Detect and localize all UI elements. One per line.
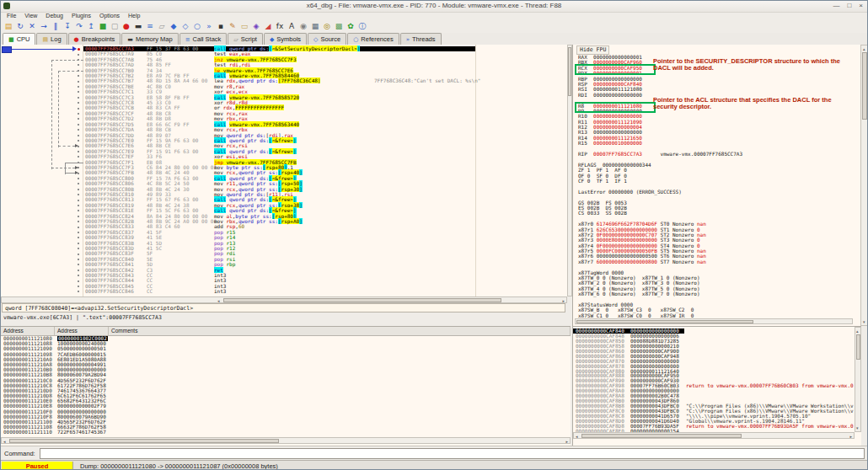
- disasm-row[interactable]: 00007FF7685CC846CCint3: [1, 289, 567, 294]
- info-line-1: qword [7FF768C08040]=<advapi32.SetSecuri…: [2, 303, 565, 312]
- registers-pane[interactable]: Hide FPU RAX 0000000000000001RBX 0000000…: [572, 45, 861, 326]
- dump-row[interactable]: 0000000011121110722F657461745367: [1, 430, 571, 435]
- threads-icon[interactable]: »: [203, 21, 215, 32]
- row-bullet[interactable]: [78, 243, 79, 244]
- breakpoint-icon[interactable]: ●: [121, 21, 132, 32]
- rip-arrow: [12, 49, 72, 50]
- script-icon[interactable]: ▱: [156, 21, 168, 32]
- call-stack-icon[interactable]: ≡: [144, 21, 156, 32]
- tab-threads[interactable]: »Threads: [400, 33, 442, 45]
- tab-label: Symbols: [276, 35, 301, 45]
- symbols-tab-icon: ◆: [270, 35, 274, 45]
- info-icon[interactable]: ⓘ: [356, 21, 368, 32]
- menu-debug[interactable]: Debug: [41, 12, 67, 20]
- tab-source[interactable]: ◇Source: [308, 33, 346, 45]
- menu-view[interactable]: View: [20, 12, 41, 20]
- register-line[interactable]: RIP 00007FF7685CC7A3 vmware-vmx.00007FF7…: [578, 152, 742, 157]
- stack-vscrollbar[interactable]: ▴ ▾: [855, 327, 861, 432]
- row-bullet[interactable]: [78, 237, 79, 238]
- open-file-icon[interactable]: ▤: [3, 21, 14, 32]
- row-bullet[interactable]: [78, 232, 79, 233]
- dump-hscrollbar[interactable]: ◂ ▸: [1, 437, 571, 444]
- symbols-icon[interactable]: ◆: [168, 21, 179, 32]
- minimize-button[interactable]: —: [833, 2, 839, 9]
- maximize-button[interactable]: □: [847, 2, 851, 9]
- patches-icon[interactable]: ▪: [215, 21, 227, 32]
- settings-icon[interactable]: ◎: [321, 21, 333, 32]
- breakpoint-dot[interactable]: [78, 48, 80, 51]
- row-bullet[interactable]: [78, 270, 79, 271]
- calculator-icon[interactable]: ▦: [309, 21, 321, 32]
- references-tab-icon: ○: [353, 35, 358, 45]
- row-bullet[interactable]: [78, 194, 79, 195]
- stack-pane[interactable]: 0000000000CAF840000000000000000000000000…: [572, 326, 861, 446]
- tab-log[interactable]: ▤Log: [36, 33, 67, 45]
- row-bullet[interactable]: [78, 189, 79, 190]
- menu-options[interactable]: Options: [95, 12, 124, 20]
- step-into-icon[interactable]: ↧: [62, 21, 73, 32]
- document-icon[interactable]: ▢: [109, 21, 121, 32]
- pause-icon[interactable]: ‖: [50, 21, 62, 32]
- row-bullet[interactable]: [78, 210, 79, 211]
- row-bullet[interactable]: [78, 178, 79, 179]
- tab-script[interactable]: ▱Script: [228, 33, 263, 45]
- row-bullet[interactable]: [78, 227, 79, 228]
- menu-help[interactable]: Help: [124, 12, 144, 20]
- bookmarks-icon[interactable]: ◈: [250, 21, 262, 32]
- row-bullet[interactable]: [78, 200, 79, 201]
- disassembly-pane[interactable]: 00007FF7685CC7A3FF 15 37 F8 63 00call qw…: [1, 45, 567, 296]
- pencil-icon[interactable]: ✎: [227, 21, 238, 32]
- user-icon[interactable]: ◉: [297, 21, 309, 32]
- row-bullet[interactable]: [78, 291, 79, 292]
- instruction-address: 00007FF7685CC846: [85, 289, 134, 294]
- case-icon[interactable]: A: [286, 21, 297, 32]
- tab-references[interactable]: ○References: [347, 33, 399, 45]
- step-over-icon[interactable]: ↷: [73, 21, 85, 32]
- memory-map-icon[interactable]: ▬: [132, 21, 144, 32]
- tab-call-stack[interactable]: ≡Call Stack: [179, 33, 228, 45]
- dump-pane[interactable]: Address Address Comments 000000001112108…: [1, 326, 571, 446]
- row-bullet[interactable]: [78, 183, 79, 184]
- tab-breakpoints[interactable]: ●Breakpoints: [68, 33, 121, 45]
- command-input[interactable]: [40, 448, 865, 459]
- source-tab-icon: ◇: [313, 35, 318, 45]
- tab-symbols[interactable]: ◆Symbols: [264, 33, 307, 45]
- registers-hscrollbar[interactable]: [575, 318, 853, 324]
- row-bullet[interactable]: [78, 264, 79, 265]
- row-bullet[interactable]: [78, 248, 79, 249]
- functions-icon[interactable]: fx: [274, 21, 286, 32]
- rip-arrowhead: [72, 46, 77, 51]
- row-bullet[interactable]: [78, 286, 79, 287]
- registers-vscrollbar[interactable]: ▴ ▾: [860, 45, 868, 326]
- close-button[interactable]: ×: [859, 2, 863, 9]
- menu-file[interactable]: File: [3, 12, 20, 20]
- row-bullet[interactable]: [78, 216, 79, 217]
- stack-hscrollbar[interactable]: ◂ ▸: [573, 432, 855, 439]
- comments-icon[interactable]: ▭: [238, 21, 250, 32]
- source-icon[interactable]: ◇: [179, 21, 191, 32]
- disasm-hscrollbar[interactable]: ◂ ▸: [1, 296, 567, 303]
- row-bullet[interactable]: [78, 254, 79, 255]
- tab-cpu[interactable]: ■CPU: [3, 33, 35, 45]
- row-bullet[interactable]: [78, 275, 79, 276]
- mascot-icon[interactable]: ✿: [345, 21, 356, 32]
- snapshot-icon[interactable]: ▩: [333, 21, 345, 32]
- tab-label: Memory Map: [136, 35, 173, 45]
- run-icon[interactable]: →: [38, 21, 50, 32]
- close-process-icon[interactable]: ✕: [26, 21, 38, 32]
- row-bullet[interactable]: [78, 280, 79, 282]
- row-bullet[interactable]: [78, 205, 79, 206]
- call-stack-tab-icon: ≡: [185, 35, 190, 45]
- jump-line: [58, 146, 75, 147]
- row-bullet[interactable]: [78, 54, 79, 56]
- row-bullet[interactable]: [78, 259, 79, 260]
- tab-memory-map[interactable]: ▬Memory Map: [121, 33, 178, 45]
- references-icon[interactable]: ○: [191, 21, 203, 32]
- run-to-user-code-icon[interactable]: ■: [97, 21, 109, 32]
- row-bullet[interactable]: [78, 221, 79, 222]
- step-out-icon[interactable]: ↥: [85, 21, 97, 32]
- restart-icon[interactable]: ↻: [14, 21, 26, 32]
- r8-highlight-box: [575, 102, 656, 113]
- menu-plugins[interactable]: Plugins: [67, 12, 95, 20]
- eraser-icon[interactable]: ◢: [262, 21, 274, 32]
